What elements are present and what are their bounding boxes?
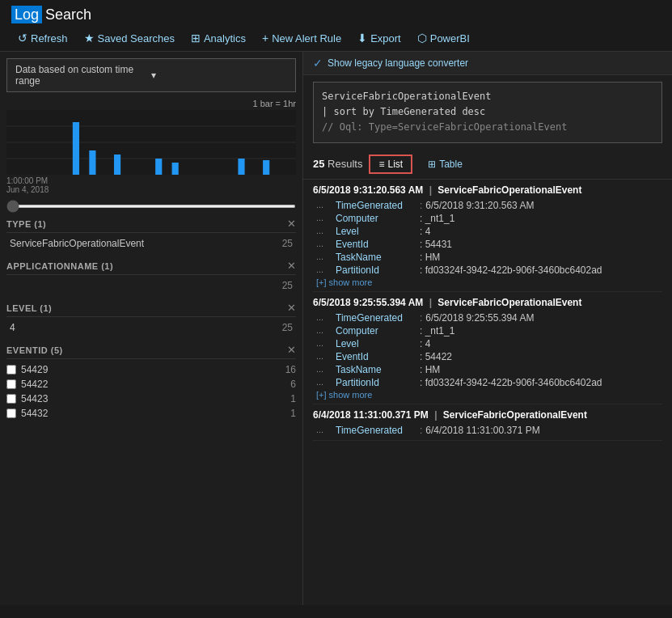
result-field-0-0: ... TimeGenerated : 6/5/2018 9:31:20.563… <box>313 199 662 212</box>
results-header: 25 Results ≡ List ⊞ Table <box>303 150 672 180</box>
filter-type: TYPE (1) ✕ ServiceFabricOperationalEvent… <box>6 215 296 251</box>
results-count: 25 Results <box>313 158 362 170</box>
filter-eventid-row-3: 54432 1 <box>6 406 296 421</box>
filter-eventid-checkbox-0[interactable] <box>6 365 16 375</box>
filter-type-row: ServiceFabricOperationalEvent 25 <box>6 236 296 251</box>
ellipsis-icon: ... <box>316 338 332 348</box>
time-range-dropdown[interactable]: Data based on custom time range ▾ <box>6 58 296 92</box>
svg-rect-5 <box>89 150 95 175</box>
table-view-button[interactable]: ⊞ Table <box>419 155 471 173</box>
ellipsis-icon: ... <box>316 425 332 434</box>
refresh-button[interactable]: ↺ Refresh <box>11 28 74 48</box>
result-field-0-4: ... TaskName : HM <box>313 251 662 264</box>
ellipsis-icon: ... <box>316 213 332 222</box>
result-item-1: 6/5/2018 9:25:55.394 AM | ServiceFabricO… <box>313 292 662 404</box>
ellipsis-icon: ... <box>316 325 332 335</box>
refresh-icon: ↺ <box>18 32 27 44</box>
result-title-0: 6/5/2018 9:31:20.563 AM | ServiceFabricO… <box>313 184 662 196</box>
filter-level-title: LEVEL (1) <box>6 303 52 313</box>
filter-eventid-row-0: 54429 16 <box>6 362 296 377</box>
filter-appname-title: APPLICATIONNAME (1) <box>6 261 113 271</box>
saved-searches-button[interactable]: ★ Saved Searches <box>78 28 181 48</box>
result-field-0-1: ... Computer : _nt1_1 <box>313 212 662 225</box>
result-field-2-0: ... TimeGenerated : 6/4/2018 11:31:00.37… <box>313 424 662 437</box>
analytics-button[interactable]: ⊞ Analytics <box>184 28 252 48</box>
new-alert-button[interactable]: + New Alert Rule <box>256 28 348 48</box>
filter-appname-close[interactable]: ✕ <box>287 260 296 271</box>
query-line-3: // Oql: Type=ServiceFabricOperationalEve… <box>322 120 653 135</box>
filter-level: LEVEL (1) ✕ 4 25 <box>6 299 296 335</box>
ellipsis-icon: ... <box>316 265 332 274</box>
ellipsis-icon: ... <box>316 239 332 248</box>
left-panel: Data based on custom time range ▾ › 1 ba… <box>0 52 303 605</box>
result-field-1-3: ... EventId : 54422 <box>313 350 662 363</box>
filter-applicationname: APPLICATIONNAME (1) ✕ 25 <box>6 257 296 293</box>
svg-rect-8 <box>172 163 179 175</box>
plus-icon: + <box>262 32 268 44</box>
svg-rect-6 <box>114 154 120 175</box>
show-more-1[interactable]: [+] show more <box>313 388 375 401</box>
filters-panel: TYPE (1) ✕ ServiceFabricOperationalEvent… <box>0 215 302 605</box>
show-more-0[interactable]: [+] show more <box>313 276 375 289</box>
chart-meta: 1 bar = 1hr <box>6 99 296 108</box>
toolbar: ↺ Refresh ★ Saved Searches ⊞ Analytics +… <box>11 28 661 48</box>
download-icon: ⬇ <box>357 32 367 44</box>
query-line-2: | sort by TimeGenerated desc <box>322 104 653 120</box>
filter-eventid-checkbox-1[interactable] <box>6 379 16 389</box>
query-editor[interactable]: ServiceFabricOperationalEvent | sort by … <box>313 82 662 143</box>
star-icon: ★ <box>84 32 95 44</box>
export-button[interactable]: ⬇ Export <box>351 28 408 48</box>
main-layout: Data based on custom time range ▾ › 1 ba… <box>0 52 672 605</box>
list-icon: ≡ <box>378 159 384 170</box>
result-title-2: 6/4/2018 11:31:00.371 PM | ServiceFabric… <box>313 409 662 421</box>
filter-type-close[interactable]: ✕ <box>287 218 296 229</box>
filter-eventid-title: EVENTID (5) <box>6 345 63 355</box>
ellipsis-icon: ... <box>316 200 332 210</box>
svg-rect-9 <box>238 159 244 175</box>
result-item-0: 6/5/2018 9:31:20.563 AM | ServiceFabricO… <box>313 180 662 292</box>
ellipsis-icon: ... <box>316 377 332 387</box>
result-field-1-4: ... TaskName : HM <box>313 363 662 376</box>
title-log: Log <box>11 6 42 23</box>
filter-level-close[interactable]: ✕ <box>287 303 296 313</box>
chart-container <box>6 110 296 175</box>
result-field-1-0: ... TimeGenerated : 6/5/2018 9:25:55.394… <box>313 311 662 324</box>
query-line-1: ServiceFabricOperationalEvent <box>322 89 653 104</box>
result-field-1-2: ... Level : 4 <box>313 337 662 350</box>
time-slider[interactable] <box>0 197 302 215</box>
result-field-0-5: ... PartitionId : fd03324f-3942-422b-906… <box>313 264 662 277</box>
svg-rect-10 <box>263 160 269 175</box>
result-field-0-2: ... Level : 4 <box>313 225 662 238</box>
result-title-1: 6/5/2018 9:25:55.394 AM | ServiceFabricO… <box>313 297 662 308</box>
filter-appname-row: 25 <box>6 278 296 293</box>
ellipsis-icon: ... <box>316 351 332 361</box>
filter-type-title: TYPE (1) <box>6 219 46 229</box>
right-panel: ✓ Show legacy language converter Service… <box>303 52 672 605</box>
ellipsis-icon: ... <box>316 312 332 322</box>
filter-eventid-checkbox-3[interactable] <box>6 408 16 418</box>
result-list: 6/5/2018 9:31:20.563 AM | ServiceFabricO… <box>303 180 672 605</box>
legacy-label: Show legacy language converter <box>328 57 468 69</box>
time-range-slider[interactable] <box>6 205 296 208</box>
result-field-1-1: ... Computer : _nt1_1 <box>313 324 662 337</box>
svg-rect-4 <box>73 122 79 175</box>
result-field-1-5: ... PartitionId : fd03324f-3942-422b-906… <box>313 376 662 389</box>
table-icon: ⊞ <box>428 159 436 170</box>
filter-eventid-row-2: 54423 1 <box>6 392 296 406</box>
time-range-chevron-icon: ▾ <box>151 70 287 81</box>
ellipsis-icon: ... <box>316 364 332 374</box>
ellipsis-icon: ... <box>316 226 332 235</box>
powerbi-icon: ⬡ <box>417 32 427 44</box>
filter-level-row: 4 25 <box>6 320 296 335</box>
filter-eventid-checkbox-2[interactable] <box>6 394 16 404</box>
ellipsis-icon: ... <box>316 252 332 261</box>
header: LogSearch ↺ Refresh ★ Saved Searches ⊞ A… <box>0 0 672 52</box>
filter-eventid-close[interactable]: ✕ <box>287 345 296 355</box>
result-field-0-3: ... EventId : 54431 <box>313 238 662 251</box>
powerbi-button[interactable]: ⬡ PowerBI <box>411 28 476 48</box>
chart-date-label: 1:00:00 PM Jun 4, 2018 <box>6 176 296 194</box>
filter-eventid: EVENTID (5) ✕ 54429 16 54422 6 <box>6 341 296 421</box>
filter-eventid-row-1: 54422 6 <box>6 377 296 392</box>
list-view-button[interactable]: ≡ List <box>369 154 412 174</box>
legacy-check-icon: ✓ <box>313 57 323 70</box>
